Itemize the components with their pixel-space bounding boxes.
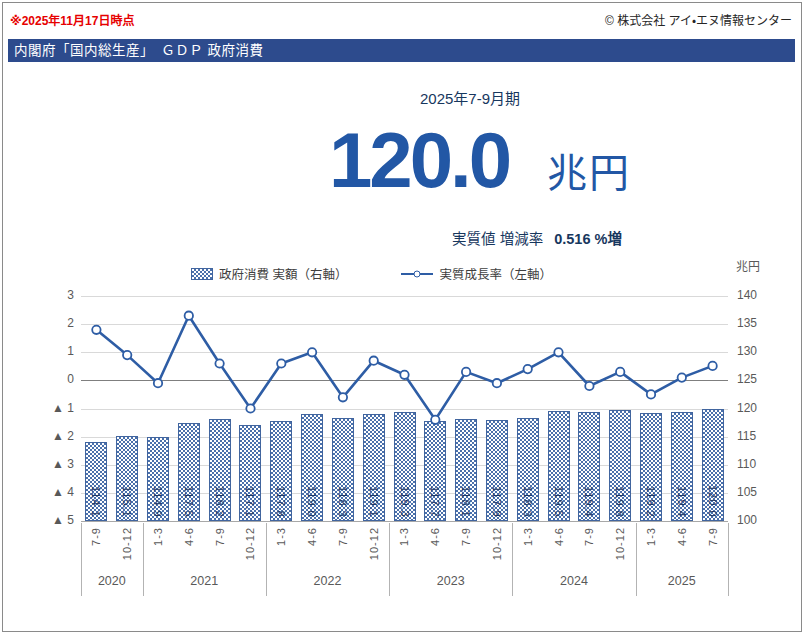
x-tick-text: 4-6: [429, 527, 441, 546]
bar-series-swatch-icon: [191, 268, 213, 280]
x-tick-text: 4-6: [183, 527, 195, 546]
x-tick-text: 4-6: [553, 527, 565, 546]
year-group-separator: [266, 523, 267, 596]
growth-rate-label: 実質値 増減率: [452, 231, 543, 247]
left-axis-tick-label: 2: [26, 316, 74, 330]
legend-bar-label: 政府消費 実額（右軸）: [219, 264, 347, 283]
growth-rate-stat: 実質値 増減率 0.516 %増: [237, 227, 804, 248]
x-tick-text: 10-12: [368, 527, 380, 560]
right-axis-tick-label: 130: [737, 344, 767, 358]
x-tick-text: 7-9: [707, 527, 719, 546]
right-axis-tick-label: 110: [737, 457, 767, 471]
right-axis-tick-label: 105: [737, 485, 767, 499]
left-axis-tick-label: ▲ 5: [26, 513, 74, 527]
x-tick-text: 10-12: [491, 527, 503, 560]
left-axis-tick-label: 3: [26, 288, 74, 302]
left-axis-tick-label: ▲ 1: [26, 401, 74, 415]
headline-unit: 兆円: [547, 141, 631, 199]
year-group-separator: [636, 523, 637, 596]
x-tick-text: 10-12: [244, 527, 256, 560]
left-axis-tick-label: 1: [26, 344, 74, 358]
report-header-bar: 内閣府「国内総生産」 ＧＤＰ 政府消費: [8, 39, 795, 62]
copyright-text: © 株式会社 アイ・エヌ情報センター: [605, 11, 792, 28]
x-tick-text: 7-9: [90, 527, 102, 546]
x-tick-text: 1-3: [398, 527, 410, 546]
year-group-separator: [81, 523, 82, 596]
x-tick-text: 1-3: [152, 527, 164, 546]
line-series-swatch-icon: [401, 268, 433, 280]
year-group-separator: [512, 523, 513, 596]
x-axis-year-label: 2022: [266, 574, 389, 588]
x-tick-text: 10-12: [614, 527, 626, 560]
right-axis-tick-label: 140: [737, 288, 767, 302]
x-tick-text: 1-3: [645, 527, 657, 546]
x-tick-text: 7-9: [460, 527, 472, 546]
left-axis-tick-label: 0: [26, 372, 74, 386]
legend-line-label: 実質成長率（左軸）: [439, 264, 552, 283]
year-group-separator: [728, 523, 729, 596]
report-title: 内閣府「国内総生産」 ＧＤＰ 政府消費: [14, 43, 264, 58]
growth-rate-value: 0.516 %増: [554, 231, 622, 247]
left-axis-tick-label: ▲ 3: [26, 457, 74, 471]
x-axis-year-label: 2021: [143, 574, 266, 588]
chart-legend: 政府消費 実額（右軸） 実質成長率（左軸）: [81, 264, 728, 283]
legend-item-bar: 政府消費 実額（右軸）: [191, 264, 347, 283]
right-axis-title: 兆円: [736, 257, 760, 274]
period-title: 2025年7-9月期: [170, 87, 770, 108]
x-axis-year-label: 2023: [389, 574, 512, 588]
x-tick-text: 7-9: [583, 527, 595, 546]
right-axis-tick-label: 135: [737, 316, 767, 330]
headline-value-row: 120.0 兆円: [180, 120, 780, 202]
year-group-separator: [389, 523, 390, 596]
headline-value: 120.0: [329, 120, 509, 202]
x-tick-text: 4-6: [676, 527, 688, 546]
grid-line: [81, 521, 728, 522]
x-axis-year-label: 2024: [512, 574, 635, 588]
x-tick-text: 4-6: [306, 527, 318, 546]
x-tick-text: 1-3: [522, 527, 534, 546]
year-group-separator: [143, 523, 144, 596]
line-swatch-marker-icon: [414, 270, 421, 277]
x-tick-text: 1-3: [275, 527, 287, 546]
x-axis-year-label: 2020: [81, 574, 143, 588]
growth-rate-line: [81, 296, 728, 521]
report-page: ※2025年11月17日時点 © 株式会社 アイ・エヌ情報センター 内閣府「国内…: [0, 0, 804, 634]
x-tick-text: 7-9: [214, 527, 226, 546]
right-axis-tick-label: 100: [737, 513, 767, 527]
right-axis-tick-label: 125: [737, 372, 767, 386]
right-axis-tick-label: 120: [737, 401, 767, 415]
x-tick-text: 10-12: [121, 527, 133, 560]
left-axis-tick-label: ▲ 2: [26, 429, 74, 443]
left-axis-tick-label: ▲ 4: [26, 485, 74, 499]
as-of-date-note: ※2025年11月17日時点: [10, 11, 134, 28]
right-axis-tick-label: 115: [737, 429, 767, 443]
x-tick-text: 7-9: [337, 527, 349, 546]
legend-item-line: 実質成長率（左軸）: [401, 264, 552, 283]
x-axis-year-label: 2025: [636, 574, 728, 588]
